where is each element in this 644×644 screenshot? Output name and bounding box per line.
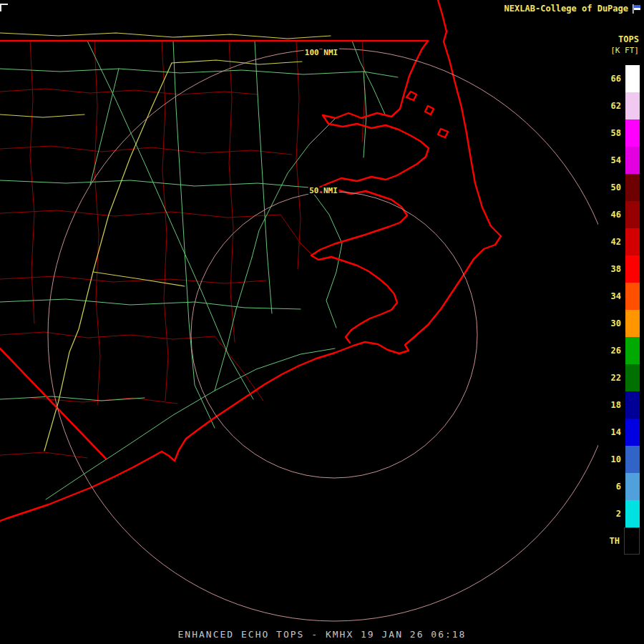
legend-color-swatch (625, 283, 640, 310)
county-line (94, 41, 100, 405)
road-green (90, 69, 119, 185)
brand-header: NEXLAB-College of DuPage (504, 4, 641, 14)
legend-tick-row: 14 (594, 419, 640, 446)
coastline (0, 0, 501, 521)
flag-icon (632, 4, 641, 14)
legend-tick-row: 34 (594, 283, 640, 310)
road-green (352, 41, 386, 116)
legend-color-swatch (624, 527, 640, 555)
legend-tick-label: 58 (611, 128, 621, 138)
coastline (438, 129, 448, 137)
legend-tick-label: 2 (616, 509, 621, 519)
county-line (280, 215, 312, 255)
range-ring-label: 50 NMI (309, 186, 338, 195)
legend-tick-label: 34 (611, 291, 621, 301)
county-line (0, 276, 266, 283)
corner-mark (0, 4, 8, 11)
road-green (0, 299, 301, 309)
legend-color-swatch (625, 391, 640, 419)
legend-tick-label: 66 (611, 74, 621, 84)
legend-tick-row: 58 (594, 119, 640, 147)
legend-color-swatch (625, 310, 640, 337)
legend-color-swatch (625, 147, 640, 174)
legend-tick-label: 26 (611, 346, 621, 356)
legend-tick-row: 22 (594, 364, 640, 391)
legend-tick-row: 30 (594, 310, 640, 337)
legend-tick-row: 10 (594, 446, 640, 473)
legend-tick-label: 6 (616, 482, 621, 492)
legend-tick-row: 66 (594, 65, 640, 92)
county-line (162, 41, 168, 401)
legend-color-swatch (625, 174, 640, 201)
legend-color-swatch (625, 255, 640, 283)
legend-tick-label: 10 (611, 454, 621, 464)
road-green (255, 41, 272, 313)
radar-screen: 100 NMI50 NMI NEXLAB-College of DuPage T… (0, 0, 644, 644)
road-yellow (0, 114, 84, 117)
road-yellow (44, 63, 172, 451)
legend-tick-label: 62 (611, 101, 621, 111)
legend-color-swatch (625, 92, 640, 119)
legend-tick-row: 46 (594, 201, 640, 228)
legend-tick-label: 14 (611, 427, 621, 437)
county-line (0, 89, 258, 94)
footer-caption: ENHANCED ECHO TOPS - KMHX 19 JAN 26 06:1… (0, 629, 644, 640)
road-green (46, 348, 335, 499)
county-line (0, 332, 215, 339)
legend-tick-label: 22 (611, 373, 621, 383)
coastline (425, 106, 434, 114)
road-green (173, 41, 215, 428)
legend-color-swatch (625, 337, 640, 364)
legend-color-swatch (625, 119, 640, 147)
legend: TOPS [K FT] 6662585450464238343026221814… (594, 34, 640, 555)
legend-color-swatch (625, 500, 640, 527)
legend-tick-row: 62 (594, 92, 640, 119)
road-yellow (0, 33, 331, 39)
brand-text: NEXLAB-College of DuPage (504, 4, 628, 14)
legend-color-swatch (625, 446, 640, 473)
legend-tick-label: 50 (611, 182, 621, 192)
legend-tick-row: 18 (594, 391, 640, 419)
radar-map-svg: 100 NMI50 NMI (0, 0, 598, 627)
legend-tick-row: 50 (594, 174, 640, 201)
legend-color-swatch (625, 473, 640, 500)
state-border (0, 348, 106, 459)
legend-tick-row: 26 (594, 337, 640, 364)
legend-tick-row: TH (594, 527, 640, 555)
legend-tick-label: 38 (611, 264, 621, 274)
county-line (0, 210, 280, 218)
legend-tick-row: 2 (594, 500, 640, 527)
legend-scale: 66625854504642383430262218141062TH (594, 65, 640, 555)
legend-color-swatch (625, 201, 640, 228)
legend-color-swatch (625, 228, 640, 255)
legend-tick-label: 46 (611, 210, 621, 220)
legend-tick-row: 54 (594, 147, 640, 174)
legend-color-swatch (625, 364, 640, 391)
legend-units: [K FT] (594, 46, 640, 55)
county-line (229, 41, 235, 342)
legend-tick-row: 38 (594, 255, 640, 283)
range-ring-label: 100 NMI (305, 48, 338, 57)
legend-tick-row: 6 (594, 473, 640, 500)
road-green (236, 258, 252, 309)
county-line (296, 41, 301, 269)
road-yellow (172, 60, 302, 64)
coastline (406, 92, 416, 100)
legend-tick-row: 42 (594, 228, 640, 255)
legend-tick-label: 18 (611, 400, 621, 410)
legend-color-swatch (625, 65, 640, 92)
legend-color-swatch (625, 419, 640, 446)
legend-tick-label: TH (610, 536, 620, 546)
legend-tick-label: 54 (611, 155, 621, 165)
road-green (0, 69, 398, 77)
legend-title: TOPS (594, 34, 640, 44)
legend-tick-label: 30 (611, 318, 621, 328)
county-line (0, 146, 292, 155)
legend-tick-label: 42 (611, 237, 621, 247)
